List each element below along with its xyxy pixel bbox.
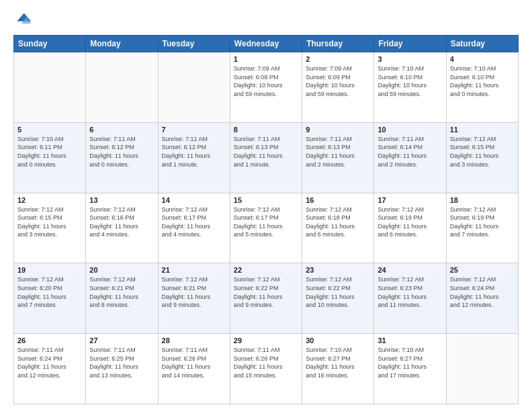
day-number: 19 — [17, 266, 82, 274]
calendar-cell: 21Sunrise: 7:12 AM Sunset: 6:21 PM Dayli… — [158, 263, 230, 334]
calendar-week-1: 1Sunrise: 7:09 AM Sunset: 6:08 PM Daylig… — [14, 52, 519, 123]
day-info: Sunrise: 7:12 AM Sunset: 6:16 PM Dayligh… — [89, 205, 154, 239]
day-number: 31 — [378, 336, 442, 345]
calendar-week-5: 26Sunrise: 7:11 AM Sunset: 6:24 PM Dayli… — [14, 334, 519, 404]
day-number: 5 — [17, 126, 82, 134]
day-info: Sunrise: 7:11 AM Sunset: 6:24 PM Dayligh… — [17, 346, 82, 379]
page: SundayMondayTuesdayWednesdayThursdayFrid… — [0, 0, 532, 411]
day-info: Sunrise: 7:12 AM Sunset: 6:22 PM Dayligh… — [306, 275, 370, 309]
calendar-cell: 26Sunrise: 7:11 AM Sunset: 6:24 PM Dayli… — [14, 334, 86, 404]
calendar-cell — [86, 52, 158, 123]
day-info: Sunrise: 7:11 AM Sunset: 6:12 PM Dayligh… — [162, 135, 226, 169]
header — [13, 11, 519, 30]
day-info: Sunrise: 7:12 AM Sunset: 6:17 PM Dayligh… — [234, 205, 298, 239]
calendar-cell: 18Sunrise: 7:12 AM Sunset: 6:19 PM Dayli… — [446, 193, 518, 263]
day-info: Sunrise: 7:12 AM Sunset: 6:21 PM Dayligh… — [89, 275, 154, 309]
day-number: 1 — [234, 55, 298, 63]
day-number: 17 — [378, 196, 442, 204]
day-number: 27 — [89, 336, 154, 345]
day-info: Sunrise: 7:12 AM Sunset: 6:18 PM Dayligh… — [306, 205, 370, 239]
calendar-cell: 27Sunrise: 7:11 AM Sunset: 6:25 PM Dayli… — [86, 334, 158, 404]
day-header-thursday: Thursday — [302, 36, 374, 52]
logo-icon — [13, 11, 32, 30]
day-info: Sunrise: 7:11 AM Sunset: 6:13 PM Dayligh… — [306, 135, 370, 169]
day-number: 13 — [89, 196, 154, 204]
calendar-cell: 25Sunrise: 7:12 AM Sunset: 6:24 PM Dayli… — [446, 263, 518, 334]
day-info: Sunrise: 7:11 AM Sunset: 6:12 PM Dayligh… — [89, 135, 154, 169]
day-header-tuesday: Tuesday — [158, 36, 230, 52]
day-info: Sunrise: 7:12 AM Sunset: 6:21 PM Dayligh… — [162, 275, 226, 309]
calendar-cell: 23Sunrise: 7:12 AM Sunset: 6:22 PM Dayli… — [302, 263, 374, 334]
calendar-cell — [446, 334, 518, 404]
day-number: 29 — [234, 336, 298, 345]
calendar-cell: 12Sunrise: 7:12 AM Sunset: 6:15 PM Dayli… — [14, 193, 86, 263]
calendar-cell: 6Sunrise: 7:11 AM Sunset: 6:12 PM Daylig… — [86, 122, 158, 193]
calendar-cell — [14, 52, 86, 123]
day-number: 2 — [306, 55, 370, 63]
calendar-cell: 8Sunrise: 7:11 AM Sunset: 6:13 PM Daylig… — [230, 122, 302, 193]
day-number: 30 — [306, 336, 370, 345]
calendar-header-row: SundayMondayTuesdayWednesdayThursdayFrid… — [14, 36, 519, 52]
day-number: 7 — [162, 126, 226, 134]
calendar-cell: 14Sunrise: 7:12 AM Sunset: 6:17 PM Dayli… — [158, 193, 230, 263]
day-info: Sunrise: 7:12 AM Sunset: 6:17 PM Dayligh… — [162, 205, 226, 239]
calendar-cell: 4Sunrise: 7:10 AM Sunset: 6:10 PM Daylig… — [446, 52, 518, 123]
calendar-cell: 29Sunrise: 7:11 AM Sunset: 6:26 PM Dayli… — [230, 334, 302, 404]
day-header-wednesday: Wednesday — [230, 36, 302, 52]
day-info: Sunrise: 7:10 AM Sunset: 6:27 PM Dayligh… — [306, 346, 370, 379]
svg-marker-0 — [17, 13, 31, 21]
day-number: 4 — [450, 55, 515, 63]
day-number: 11 — [450, 126, 515, 134]
day-number: 12 — [17, 196, 82, 204]
calendar-cell: 28Sunrise: 7:11 AM Sunset: 6:26 PM Dayli… — [158, 334, 230, 404]
day-info: Sunrise: 7:11 AM Sunset: 6:14 PM Dayligh… — [378, 135, 442, 169]
day-info: Sunrise: 7:12 AM Sunset: 6:23 PM Dayligh… — [378, 275, 442, 309]
calendar-cell: 16Sunrise: 7:12 AM Sunset: 6:18 PM Dayli… — [302, 193, 374, 263]
day-number: 24 — [378, 266, 442, 274]
calendar-cell: 19Sunrise: 7:12 AM Sunset: 6:20 PM Dayli… — [14, 263, 86, 334]
calendar-cell: 2Sunrise: 7:09 AM Sunset: 6:09 PM Daylig… — [302, 52, 374, 123]
calendar-cell: 15Sunrise: 7:12 AM Sunset: 6:17 PM Dayli… — [230, 193, 302, 263]
day-info: Sunrise: 7:12 AM Sunset: 6:19 PM Dayligh… — [378, 205, 442, 239]
calendar-week-2: 5Sunrise: 7:10 AM Sunset: 6:11 PM Daylig… — [14, 122, 519, 193]
day-info: Sunrise: 7:11 AM Sunset: 6:26 PM Dayligh… — [234, 346, 298, 379]
calendar-cell: 7Sunrise: 7:11 AM Sunset: 6:12 PM Daylig… — [158, 122, 230, 193]
day-info: Sunrise: 7:12 AM Sunset: 6:15 PM Dayligh… — [17, 205, 82, 239]
day-info: Sunrise: 7:11 AM Sunset: 6:13 PM Dayligh… — [234, 135, 298, 169]
calendar-cell: 20Sunrise: 7:12 AM Sunset: 6:21 PM Dayli… — [86, 263, 158, 334]
day-number: 18 — [450, 196, 515, 204]
day-info: Sunrise: 7:11 AM Sunset: 6:26 PM Dayligh… — [162, 346, 226, 379]
day-header-friday: Friday — [374, 36, 446, 52]
day-info: Sunrise: 7:10 AM Sunset: 6:11 PM Dayligh… — [17, 135, 82, 169]
calendar-week-4: 19Sunrise: 7:12 AM Sunset: 6:20 PM Dayli… — [14, 263, 519, 334]
day-number: 21 — [162, 266, 226, 274]
day-info: Sunrise: 7:12 AM Sunset: 6:15 PM Dayligh… — [450, 135, 515, 169]
day-number: 10 — [378, 126, 442, 134]
day-header-sunday: Sunday — [14, 36, 86, 52]
day-header-monday: Monday — [86, 36, 158, 52]
calendar-cell: 5Sunrise: 7:10 AM Sunset: 6:11 PM Daylig… — [14, 122, 86, 193]
calendar-cell: 1Sunrise: 7:09 AM Sunset: 6:08 PM Daylig… — [230, 52, 302, 123]
day-number: 3 — [378, 55, 442, 63]
calendar-cell — [158, 52, 230, 123]
calendar-cell: 31Sunrise: 7:10 AM Sunset: 6:27 PM Dayli… — [374, 334, 446, 404]
day-info: Sunrise: 7:11 AM Sunset: 6:25 PM Dayligh… — [89, 346, 154, 379]
day-number: 6 — [89, 126, 154, 134]
day-number: 9 — [306, 126, 370, 134]
calendar-week-3: 12Sunrise: 7:12 AM Sunset: 6:15 PM Dayli… — [14, 193, 519, 263]
day-info: Sunrise: 7:10 AM Sunset: 6:10 PM Dayligh… — [450, 64, 515, 98]
calendar-cell: 13Sunrise: 7:12 AM Sunset: 6:16 PM Dayli… — [86, 193, 158, 263]
calendar-cell: 10Sunrise: 7:11 AM Sunset: 6:14 PM Dayli… — [374, 122, 446, 193]
calendar-cell: 30Sunrise: 7:10 AM Sunset: 6:27 PM Dayli… — [302, 334, 374, 404]
calendar-cell: 22Sunrise: 7:12 AM Sunset: 6:22 PM Dayli… — [230, 263, 302, 334]
day-number: 25 — [450, 266, 515, 274]
calendar-cell: 24Sunrise: 7:12 AM Sunset: 6:23 PM Dayli… — [374, 263, 446, 334]
day-number: 14 — [162, 196, 226, 204]
day-info: Sunrise: 7:12 AM Sunset: 6:19 PM Dayligh… — [450, 205, 515, 239]
day-info: Sunrise: 7:12 AM Sunset: 6:20 PM Dayligh… — [17, 275, 82, 309]
logo — [13, 11, 35, 30]
day-number: 28 — [162, 336, 226, 345]
day-info: Sunrise: 7:10 AM Sunset: 6:10 PM Dayligh… — [378, 64, 442, 98]
day-number: 16 — [306, 196, 370, 204]
calendar-cell: 9Sunrise: 7:11 AM Sunset: 6:13 PM Daylig… — [302, 122, 374, 193]
